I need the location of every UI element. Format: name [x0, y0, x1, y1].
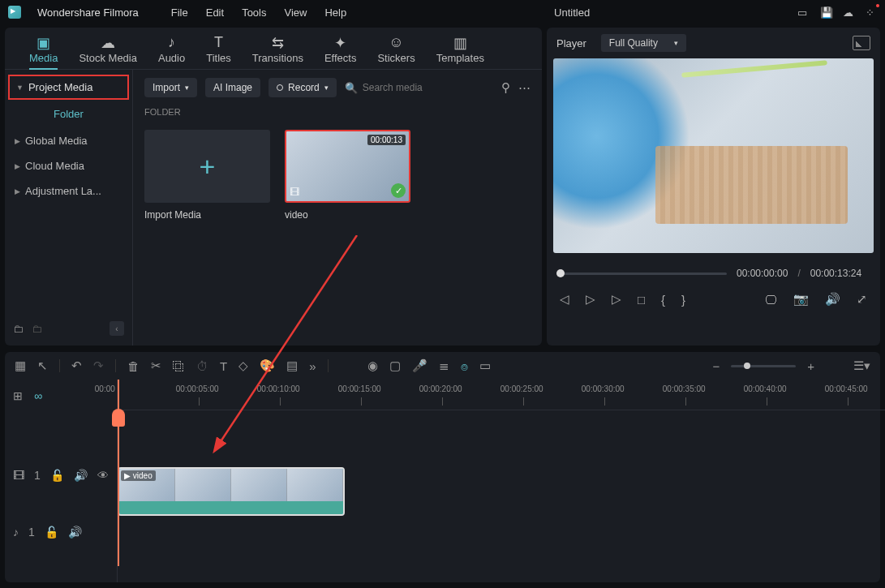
- track-icon[interactable]: ▢: [389, 358, 401, 373]
- ruler-tick: 00:00:05:00: [176, 384, 219, 393]
- zoom-in-icon[interactable]: +: [807, 359, 814, 373]
- prev-frame-icon[interactable]: ◁: [560, 292, 569, 307]
- chevron-down-icon: ▾: [185, 84, 189, 92]
- snapshot-icon[interactable]: [853, 36, 870, 50]
- audio-track-head[interactable]: ♪1 🔓 🔊: [5, 521, 117, 543]
- play-icon[interactable]: ▷: [612, 292, 621, 307]
- mic-icon[interactable]: 🎤: [412, 358, 427, 373]
- quality-dropdown[interactable]: Full Quality▾: [601, 34, 686, 52]
- timeline-options-icon[interactable]: ☰▾: [853, 358, 870, 373]
- preview-viewport[interactable]: [553, 58, 874, 253]
- timeline-toolbar: ▦ ↖ ↶ ↷ 🗑 ✂ ⿻ ⏱ T ◇ 🎨 ▤ » ◉ ▢ 🎤 ≣ ⌾ ▭ − …: [5, 352, 880, 380]
- tab-transitions[interactable]: ⇆Transitions: [243, 34, 313, 69]
- timecode-sep: /: [797, 268, 800, 279]
- lock-icon[interactable]: 🔓: [50, 469, 64, 482]
- tab-titles[interactable]: TTitles: [196, 34, 241, 69]
- zoom-slider[interactable]: [731, 365, 796, 367]
- zoom-out-icon[interactable]: −: [712, 359, 720, 373]
- collapse-sidebar-button[interactable]: ‹: [110, 321, 124, 336]
- redo-icon[interactable]: ↷: [93, 358, 104, 373]
- select-tool-icon[interactable]: ↖: [37, 358, 48, 373]
- apps-icon[interactable]: ⁘: [866, 6, 877, 18]
- visibility-icon[interactable]: 👁: [97, 469, 109, 482]
- text-icon[interactable]: T: [220, 359, 227, 373]
- playhead[interactable]: [118, 380, 119, 566]
- ruler-tick: 00:00:25:00: [500, 384, 543, 393]
- sidebar-item-project-media[interactable]: ▼ Project Media: [8, 75, 129, 100]
- sidebar-item-global-media[interactable]: ▶Global Media: [8, 128, 129, 153]
- mixer-icon[interactable]: ≣: [439, 358, 449, 373]
- timeline-tracks[interactable]: 00:00 00:00:05:00 00:00:10:00 00:00:15:0…: [118, 380, 885, 582]
- more-tools-icon[interactable]: »: [309, 359, 316, 373]
- adjust-icon[interactable]: ▤: [286, 358, 298, 373]
- ruler-tick: 00:00:10:00: [257, 384, 300, 393]
- ruler-tick: 00:00:40:00: [744, 384, 787, 393]
- device-icon[interactable]: ▭: [797, 6, 809, 18]
- sidebar-item-adjustment-layer[interactable]: ▶Adjustment La...: [8, 178, 129, 204]
- import-button[interactable]: Import▾: [144, 78, 197, 97]
- thumb-caption: video: [285, 209, 410, 221]
- display-settings-icon[interactable]: 🖵: [765, 293, 777, 307]
- split-icon[interactable]: ✂: [151, 358, 161, 373]
- tab-audio[interactable]: ♪Audio: [148, 34, 195, 69]
- undo-icon[interactable]: ↶: [71, 358, 82, 373]
- mark-in-icon[interactable]: {: [661, 293, 665, 307]
- ruler-tick: 00:00:30:00: [582, 384, 625, 393]
- ai-image-button[interactable]: AI Image: [205, 78, 260, 97]
- import-media-tile[interactable]: + Import Media: [144, 130, 270, 221]
- sidebar-item-label: Cloud Media: [25, 160, 84, 172]
- time-ruler[interactable]: 00:00 00:00:05:00 00:00:10:00 00:00:15:0…: [118, 380, 885, 410]
- record-dot-icon: [277, 84, 283, 91]
- menu-view[interactable]: View: [284, 6, 307, 19]
- play-pause-icon[interactable]: ▷: [586, 292, 595, 307]
- filter-icon[interactable]: ⚲: [501, 80, 510, 95]
- record-button[interactable]: Record▾: [269, 78, 337, 97]
- chevron-right-icon: ▶: [15, 162, 20, 170]
- layout-icon[interactable]: ▦: [15, 358, 26, 373]
- mark-out-icon[interactable]: }: [681, 293, 685, 307]
- delete-icon[interactable]: 🗑: [127, 359, 140, 373]
- track-labels: ⊞ ∞ 🎞1 🔓 🔊 👁 ♪1 🔓 🔊: [5, 380, 118, 582]
- speed-icon[interactable]: ⏱: [196, 359, 208, 373]
- link-icon[interactable]: ▭: [479, 358, 491, 373]
- timeline-clip-video[interactable]: ▶video: [118, 467, 345, 516]
- snapshot-button-icon[interactable]: 📷: [793, 292, 809, 307]
- menubar: File Edit Tools View Help: [171, 6, 346, 19]
- add-track-icon[interactable]: ⊞: [13, 389, 23, 402]
- tab-templates[interactable]: ▥Templates: [427, 34, 494, 69]
- search-input[interactable]: [363, 82, 493, 93]
- color-icon[interactable]: 🎨: [260, 358, 275, 373]
- new-bin-icon[interactable]: 🗀: [32, 323, 42, 335]
- media-thumb-video[interactable]: 00:00:13 🎞 ✓ video: [285, 130, 410, 221]
- menu-file[interactable]: File: [171, 6, 188, 19]
- menu-tools[interactable]: Tools: [242, 6, 266, 19]
- player-panel: Player Full Quality▾ 00:00:00:00 / 00:00…: [547, 28, 880, 346]
- more-icon[interactable]: ⋯: [518, 80, 531, 95]
- stop-icon[interactable]: □: [638, 293, 645, 307]
- save-icon[interactable]: 💾: [820, 6, 831, 18]
- video-track-head[interactable]: 🎞1 🔓 🔊 👁: [5, 464, 117, 487]
- mute-icon[interactable]: 🔊: [68, 526, 82, 539]
- clip-label: video: [133, 471, 153, 480]
- sidebar-folder-label[interactable]: Folder: [8, 100, 129, 128]
- fullscreen-icon[interactable]: ⤢: [857, 292, 867, 307]
- crop-icon[interactable]: ⿻: [173, 359, 185, 373]
- keyframe-icon[interactable]: ◇: [238, 358, 248, 373]
- lock-icon[interactable]: 🔓: [45, 526, 58, 539]
- mute-icon[interactable]: 🔊: [74, 469, 88, 482]
- cloud-upload-icon[interactable]: ☁: [843, 6, 854, 18]
- tab-stickers[interactable]: ☺Stickers: [367, 34, 424, 69]
- magnet-icon[interactable]: ⌾: [461, 359, 468, 373]
- tab-stock-media[interactable]: ☁Stock Media: [69, 34, 147, 69]
- seek-slider[interactable]: [556, 273, 727, 275]
- chevron-down-icon: ▼: [16, 84, 24, 92]
- menu-edit[interactable]: Edit: [206, 6, 224, 19]
- auto-ripple-icon[interactable]: ∞: [34, 389, 42, 402]
- marker-icon[interactable]: ◉: [367, 358, 378, 373]
- tab-effects[interactable]: ✦Effects: [315, 34, 367, 69]
- sidebar-item-cloud-media[interactable]: ▶Cloud Media: [8, 153, 129, 178]
- tab-media[interactable]: ▣Media: [19, 34, 67, 69]
- new-folder-icon[interactable]: 🗀: [13, 323, 24, 335]
- volume-icon[interactable]: 🔊: [825, 292, 840, 307]
- menu-help[interactable]: Help: [324, 6, 346, 19]
